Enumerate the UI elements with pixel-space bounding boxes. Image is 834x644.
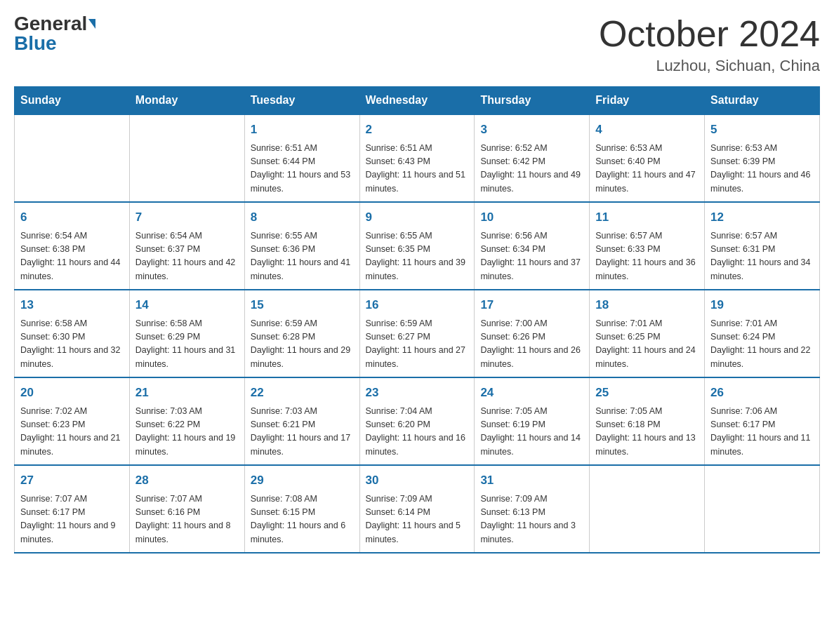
day-number: 23	[366, 384, 469, 402]
weekday-header-row: SundayMondayTuesdayWednesdayThursdayFrid…	[15, 87, 820, 115]
calendar-cell: 7Sunrise: 6:54 AM Sunset: 6:37 PM Daylig…	[129, 202, 244, 290]
day-info: Sunrise: 6:59 AM Sunset: 6:27 PM Dayligh…	[366, 317, 469, 372]
week-row-5: 27Sunrise: 7:07 AM Sunset: 6:17 PM Dayli…	[15, 465, 820, 553]
calendar-cell: 9Sunrise: 6:55 AM Sunset: 6:35 PM Daylig…	[359, 202, 475, 290]
day-info: Sunrise: 7:02 AM Sunset: 6:23 PM Dayligh…	[20, 405, 124, 459]
day-info: Sunrise: 6:54 AM Sunset: 6:38 PM Dayligh…	[20, 229, 124, 284]
day-info: Sunrise: 7:07 AM Sunset: 6:16 PM Dayligh…	[135, 492, 239, 547]
calendar-cell: 16Sunrise: 6:59 AM Sunset: 6:27 PM Dayli…	[359, 290, 475, 377]
day-info: Sunrise: 6:59 AM Sunset: 6:28 PM Dayligh…	[251, 317, 354, 372]
day-number: 5	[710, 121, 814, 139]
week-row-1: 1Sunrise: 6:51 AM Sunset: 6:44 PM Daylig…	[15, 114, 820, 202]
day-number: 25	[595, 384, 699, 402]
title-section: October 2024 Luzhou, Sichuan, China	[599, 14, 820, 75]
calendar-cell: 8Sunrise: 6:55 AM Sunset: 6:36 PM Daylig…	[244, 202, 359, 290]
day-number: 30	[366, 471, 469, 490]
weekday-header-sunday: Sunday	[15, 87, 130, 115]
calendar-cell: 2Sunrise: 6:51 AM Sunset: 6:43 PM Daylig…	[359, 114, 475, 202]
day-number: 15	[251, 296, 354, 314]
day-info: Sunrise: 7:04 AM Sunset: 6:20 PM Dayligh…	[366, 405, 469, 459]
calendar-cell: 1Sunrise: 6:51 AM Sunset: 6:44 PM Daylig…	[244, 114, 359, 202]
day-info: Sunrise: 7:03 AM Sunset: 6:22 PM Dayligh…	[135, 405, 239, 459]
day-info: Sunrise: 7:05 AM Sunset: 6:19 PM Dayligh…	[480, 405, 583, 459]
calendar-cell: 22Sunrise: 7:03 AM Sunset: 6:21 PM Dayli…	[244, 377, 359, 465]
day-info: Sunrise: 6:56 AM Sunset: 6:34 PM Dayligh…	[480, 229, 583, 284]
day-info: Sunrise: 7:01 AM Sunset: 6:24 PM Dayligh…	[710, 317, 814, 372]
calendar-cell: 15Sunrise: 6:59 AM Sunset: 6:28 PM Dayli…	[244, 290, 359, 377]
calendar-cell: 6Sunrise: 6:54 AM Sunset: 6:38 PM Daylig…	[15, 202, 130, 290]
calendar-cell: 24Sunrise: 7:05 AM Sunset: 6:19 PM Dayli…	[475, 377, 590, 465]
day-number: 29	[251, 471, 354, 490]
day-number: 7	[135, 208, 239, 227]
calendar-cell: 28Sunrise: 7:07 AM Sunset: 6:16 PM Dayli…	[129, 465, 244, 553]
week-row-2: 6Sunrise: 6:54 AM Sunset: 6:38 PM Daylig…	[15, 202, 820, 290]
weekday-header-monday: Monday	[129, 87, 244, 115]
day-number: 13	[20, 296, 124, 314]
day-info: Sunrise: 6:53 AM Sunset: 6:39 PM Dayligh…	[710, 142, 814, 196]
calendar-table: SundayMondayTuesdayWednesdayThursdayFrid…	[14, 86, 820, 554]
logo-triangle-icon	[88, 19, 95, 29]
week-row-4: 20Sunrise: 7:02 AM Sunset: 6:23 PM Dayli…	[15, 377, 820, 465]
calendar-cell: 27Sunrise: 7:07 AM Sunset: 6:17 PM Dayli…	[15, 465, 130, 553]
day-number: 3	[480, 121, 583, 139]
calendar-cell: 3Sunrise: 6:52 AM Sunset: 6:42 PM Daylig…	[475, 114, 590, 202]
day-number: 6	[20, 208, 124, 227]
day-info: Sunrise: 7:09 AM Sunset: 6:13 PM Dayligh…	[480, 492, 583, 547]
day-number: 18	[595, 296, 699, 314]
day-info: Sunrise: 6:58 AM Sunset: 6:29 PM Dayligh…	[135, 317, 239, 372]
day-number: 8	[251, 208, 354, 227]
calendar-cell	[15, 114, 130, 202]
day-number: 12	[710, 208, 814, 227]
day-info: Sunrise: 6:57 AM Sunset: 6:31 PM Dayligh…	[710, 229, 814, 284]
day-number: 10	[480, 208, 583, 227]
day-info: Sunrise: 7:09 AM Sunset: 6:14 PM Dayligh…	[366, 492, 469, 547]
day-number: 19	[710, 296, 814, 314]
day-info: Sunrise: 7:01 AM Sunset: 6:25 PM Dayligh…	[595, 317, 699, 372]
day-number: 24	[480, 384, 583, 402]
calendar-cell: 12Sunrise: 6:57 AM Sunset: 6:31 PM Dayli…	[705, 202, 820, 290]
calendar-cell: 19Sunrise: 7:01 AM Sunset: 6:24 PM Dayli…	[705, 290, 820, 377]
calendar-cell: 25Sunrise: 7:05 AM Sunset: 6:18 PM Dayli…	[590, 377, 705, 465]
location-title: Luzhou, Sichuan, China	[599, 57, 820, 75]
day-info: Sunrise: 6:58 AM Sunset: 6:30 PM Dayligh…	[20, 317, 124, 372]
calendar-cell: 18Sunrise: 7:01 AM Sunset: 6:25 PM Dayli…	[590, 290, 705, 377]
week-row-3: 13Sunrise: 6:58 AM Sunset: 6:30 PM Dayli…	[15, 290, 820, 377]
calendar-cell: 14Sunrise: 6:58 AM Sunset: 6:29 PM Dayli…	[129, 290, 244, 377]
day-info: Sunrise: 6:53 AM Sunset: 6:40 PM Dayligh…	[595, 142, 699, 196]
calendar-cell	[590, 465, 705, 553]
day-number: 22	[251, 384, 354, 402]
logo: General Blue	[14, 14, 95, 53]
day-info: Sunrise: 6:51 AM Sunset: 6:43 PM Dayligh…	[366, 142, 469, 196]
calendar-cell	[705, 465, 820, 553]
calendar-cell: 26Sunrise: 7:06 AM Sunset: 6:17 PM Dayli…	[705, 377, 820, 465]
page-header: General Blue October 2024 Luzhou, Sichua…	[14, 14, 820, 75]
logo-blue-text: Blue	[14, 34, 57, 53]
day-number: 1	[251, 121, 354, 139]
day-info: Sunrise: 6:55 AM Sunset: 6:36 PM Dayligh…	[251, 229, 354, 284]
weekday-header-thursday: Thursday	[475, 87, 590, 115]
day-number: 4	[595, 121, 699, 139]
day-number: 20	[20, 384, 124, 402]
day-number: 16	[366, 296, 469, 314]
day-info: Sunrise: 6:57 AM Sunset: 6:33 PM Dayligh…	[595, 229, 699, 284]
calendar-cell: 10Sunrise: 6:56 AM Sunset: 6:34 PM Dayli…	[475, 202, 590, 290]
day-number: 17	[480, 296, 583, 314]
day-number: 11	[595, 208, 699, 227]
day-info: Sunrise: 6:52 AM Sunset: 6:42 PM Dayligh…	[480, 142, 583, 196]
day-number: 14	[135, 296, 239, 314]
calendar-cell: 31Sunrise: 7:09 AM Sunset: 6:13 PM Dayli…	[475, 465, 590, 553]
calendar-cell: 13Sunrise: 6:58 AM Sunset: 6:30 PM Dayli…	[15, 290, 130, 377]
day-number: 21	[135, 384, 239, 402]
day-info: Sunrise: 6:54 AM Sunset: 6:37 PM Dayligh…	[135, 229, 239, 284]
day-number: 27	[20, 471, 124, 490]
day-info: Sunrise: 7:05 AM Sunset: 6:18 PM Dayligh…	[595, 405, 699, 459]
calendar-cell	[129, 114, 244, 202]
calendar-cell: 23Sunrise: 7:04 AM Sunset: 6:20 PM Dayli…	[359, 377, 475, 465]
month-title: October 2024	[599, 14, 820, 54]
logo-general-text: General	[14, 14, 87, 34]
weekday-header-tuesday: Tuesday	[244, 87, 359, 115]
calendar-cell: 4Sunrise: 6:53 AM Sunset: 6:40 PM Daylig…	[590, 114, 705, 202]
calendar-cell: 29Sunrise: 7:08 AM Sunset: 6:15 PM Dayli…	[244, 465, 359, 553]
day-number: 9	[366, 208, 469, 227]
calendar-cell: 20Sunrise: 7:02 AM Sunset: 6:23 PM Dayli…	[15, 377, 130, 465]
